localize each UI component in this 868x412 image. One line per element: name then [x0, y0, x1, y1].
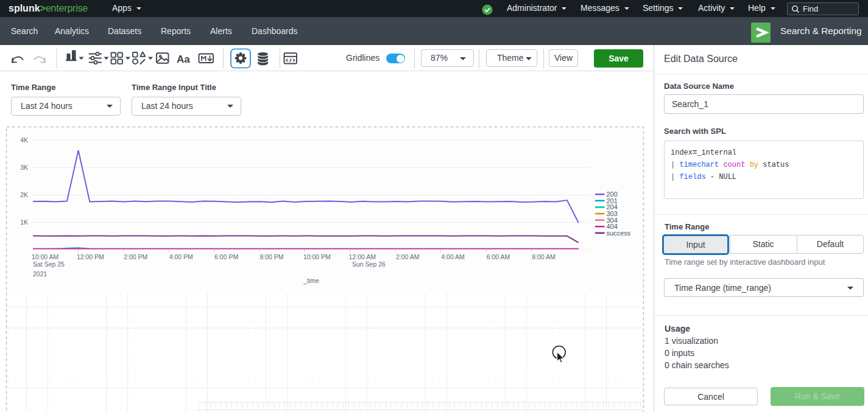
svg-text:8:00 PM: 8:00 PM	[259, 253, 283, 260]
svg-text:1K: 1K	[20, 218, 28, 226]
svg-text:2021: 2021	[33, 270, 48, 278]
svg-text:Sat Sep 25: Sat Sep 25	[33, 260, 65, 268]
svg-text:Sun Sep 26: Sun Sep 26	[352, 260, 386, 268]
svg-text:12:00 PM: 12:00 PM	[77, 253, 104, 260]
svg-text:4K: 4K	[20, 136, 28, 144]
svg-text:3K: 3K	[20, 164, 28, 171]
svg-text:10:00 AM: 10:00 AM	[32, 253, 58, 260]
svg-text:4:00 PM: 4:00 PM	[169, 253, 193, 260]
svg-text:12:00 AM: 12:00 AM	[349, 253, 376, 260]
svg-text:_time: _time	[303, 277, 319, 284]
svg-text:4:00 AM: 4:00 AM	[441, 253, 465, 260]
svg-text:success: success	[607, 229, 631, 237]
svg-text:10:00 PM: 10:00 PM	[303, 253, 331, 260]
svg-text:2K: 2K	[20, 191, 28, 198]
svg-text:8:00 AM: 8:00 AM	[532, 253, 556, 260]
svg-text:6:00 PM: 6:00 PM	[214, 253, 238, 260]
svg-text:2:00 PM: 2:00 PM	[124, 253, 147, 260]
svg-text:2:00 AM: 2:00 AM	[396, 253, 420, 260]
svg-text:6:00 AM: 6:00 AM	[487, 253, 510, 260]
